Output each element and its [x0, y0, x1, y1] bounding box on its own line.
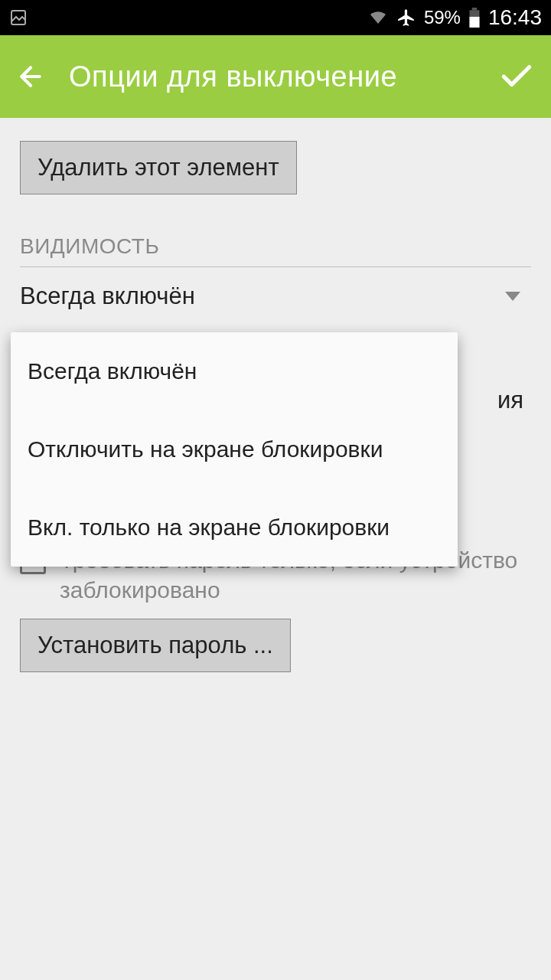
dropdown-popup: Всегда включён Отключить на экране блоки… — [11, 332, 458, 567]
delete-element-button[interactable]: Удалить этот элемент — [20, 141, 297, 194]
set-password-button[interactable]: Установить пароль ... — [20, 619, 291, 672]
visibility-section-header: ВИДИМОСТЬ — [20, 234, 531, 267]
back-button[interactable] — [15, 61, 46, 92]
dropdown-option-only-lockscreen[interactable]: Вкл. только на экране блокировки — [11, 488, 458, 567]
battery-icon — [468, 8, 481, 28]
page-title: Опции для выключение — [69, 60, 497, 93]
status-bar: 59% 16:43 — [0, 0, 551, 35]
battery-pct: 59% — [424, 7, 461, 28]
airplane-icon — [396, 8, 416, 28]
image-icon — [9, 8, 28, 27]
clock: 16:43 — [488, 5, 542, 30]
visibility-dropdown[interactable]: Всегда включён — [20, 267, 531, 325]
dropdown-selected-label: Всегда включён — [20, 283, 505, 310]
svg-rect-3 — [472, 8, 478, 10]
app-bar: Опции для выключение — [0, 35, 551, 118]
svg-rect-2 — [469, 17, 479, 28]
chevron-down-icon — [505, 292, 520, 301]
dropdown-option-disable-lockscreen[interactable]: Отключить на экране блокировки — [11, 410, 458, 488]
wifi-icon — [367, 8, 389, 27]
dropdown-option-always-on[interactable]: Всегда включён — [11, 332, 458, 410]
confirm-button[interactable] — [497, 57, 536, 96]
